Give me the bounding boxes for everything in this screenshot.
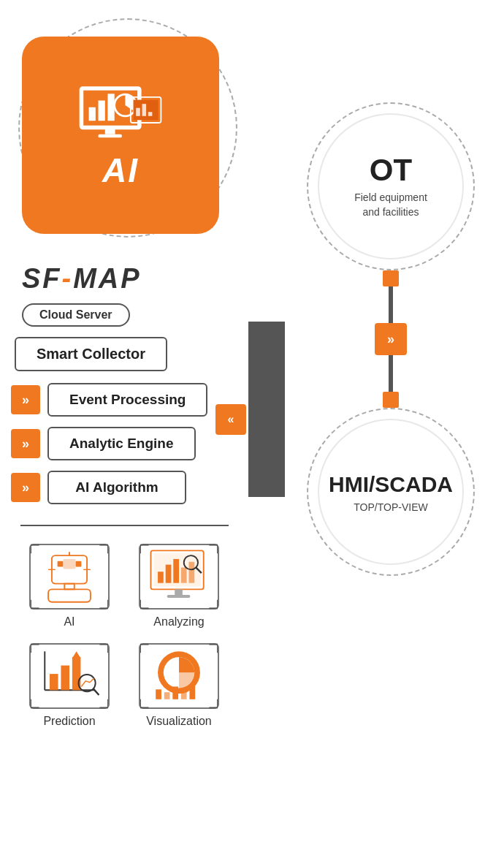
svg-rect-46 [167, 595, 191, 598]
hmi-circle-container: HMI/SCADA TOP/TOP-VIEW [307, 408, 475, 576]
ai-algorithm-arrow[interactable]: » [11, 473, 40, 502]
ot-title: OT [370, 153, 412, 188]
ai-text-label: AI [102, 151, 139, 190]
svg-rect-77 [172, 686, 178, 699]
hmi-title: HMI/SCADA [329, 471, 453, 498]
svg-rect-11 [142, 104, 147, 116]
center-connecting-bar [248, 322, 285, 497]
analytic-engine-row: » Analytic Engine [11, 427, 248, 460]
right-column: OT Field equipmentand facilities » HMI/S… [292, 102, 489, 576]
visualization-icon-item: Visualization [131, 643, 226, 728]
svg-rect-3 [99, 100, 105, 121]
monitor-chart-icon [77, 81, 164, 147]
bottom-icons-grid: AI [22, 544, 226, 728]
ai-algorithm-label: AI Algorithm [47, 471, 186, 504]
svg-rect-59 [50, 674, 58, 690]
svg-rect-24 [63, 559, 75, 569]
v-line-bottom [389, 355, 393, 392]
cloud-server-badge: Cloud Server [22, 303, 130, 327]
prediction-icon-item: Prediction [22, 643, 117, 728]
top-connector-dot [383, 270, 399, 286]
ai-algorithm-row: » AI Algorithm [11, 471, 248, 504]
module-rows: » Event Processing » Analytic Engine » A… [0, 383, 248, 504]
svg-rect-60 [61, 666, 69, 691]
svg-rect-44 [188, 562, 194, 583]
connector-left-arrow[interactable]: « [215, 404, 246, 435]
svg-rect-79 [189, 686, 195, 699]
ot-inner-circle: OT Field equipmentand facilities [318, 113, 464, 259]
v-line-top [389, 286, 393, 323]
svg-rect-4 [107, 94, 114, 121]
svg-rect-22 [58, 561, 64, 567]
smart-collector-box: Smart Collector [15, 337, 167, 371]
visualization-icon-frame [139, 643, 219, 709]
ai-icon-svg [31, 544, 108, 610]
svg-rect-42 [173, 559, 179, 583]
svg-rect-7 [99, 134, 122, 137]
svg-rect-45 [175, 589, 183, 595]
hmi-subtitle: TOP/TOP-VIEW [354, 501, 427, 513]
ai-icon-label: AI [64, 615, 75, 629]
svg-rect-10 [136, 107, 140, 115]
svg-rect-78 [181, 691, 187, 699]
ai-icon-item: AI [22, 544, 117, 629]
svg-marker-62 [73, 651, 80, 657]
bottom-connector-dot [383, 392, 399, 408]
sfmap-logo: SF-MAP [22, 263, 142, 295]
svg-rect-23 [76, 561, 82, 567]
svg-rect-2 [89, 107, 96, 120]
ot-circle-container: OT Field equipmentand facilities [307, 102, 475, 270]
hmi-inner-circle: HMI/SCADA TOP/TOP-VIEW [318, 419, 464, 565]
prediction-icon-label: Prediction [43, 715, 95, 728]
svg-rect-27 [48, 589, 91, 601]
ot-subtitle: Field equipmentand facilities [354, 191, 427, 219]
prediction-icon-svg [31, 643, 108, 709]
svg-line-64 [93, 688, 99, 695]
analytic-engine-arrow[interactable]: » [11, 429, 40, 458]
left-column: AI SF-MAP Cloud Server Smart Collector »… [0, 0, 248, 728]
visualization-icon-label: Visualization [146, 715, 212, 728]
svg-rect-40 [158, 572, 164, 582]
svg-rect-75 [156, 689, 161, 699]
ai-main-box: AI [22, 37, 219, 234]
svg-rect-41 [166, 565, 172, 583]
analyzing-icon-frame [139, 544, 219, 610]
analyzing-icon-svg [140, 544, 218, 610]
svg-rect-26 [64, 584, 74, 590]
visualization-icon-svg [140, 643, 218, 709]
event-processing-label: Event Processing [47, 383, 207, 417]
svg-rect-6 [105, 129, 115, 134]
event-processing-arrow[interactable]: » [11, 385, 40, 414]
ot-to-hmi-connector: » [375, 270, 407, 408]
analyzing-icon-label: Analyzing [153, 615, 204, 629]
ai-icon-frame [29, 544, 110, 610]
event-processing-row: » Event Processing [11, 383, 248, 417]
svg-rect-76 [164, 692, 170, 699]
svg-rect-43 [181, 567, 187, 582]
analyzing-icon-item: Analyzing [131, 544, 226, 629]
divider-line [20, 525, 229, 526]
prediction-icon-frame [29, 643, 110, 709]
svg-rect-12 [148, 112, 153, 116]
svg-point-63 [79, 675, 96, 691]
analytic-engine-label: Analytic Engine [47, 427, 196, 460]
down-chevron-box[interactable]: » [375, 323, 407, 355]
